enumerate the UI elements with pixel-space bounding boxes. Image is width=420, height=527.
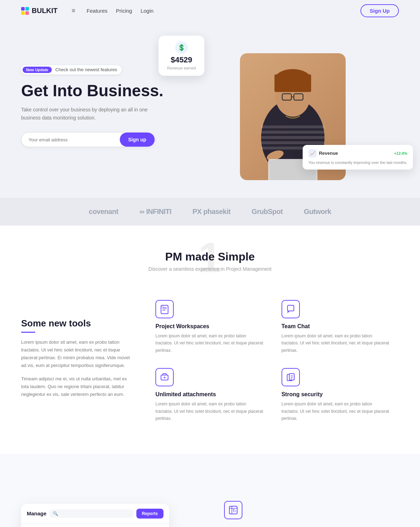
manage-right: Manage Projects Lorem ipsum dolor sit am…	[217, 501, 399, 527]
feature-icon-0	[155, 300, 174, 318]
info-card-title-row: 📈 Revenue	[308, 149, 338, 158]
feature-icon-3	[282, 368, 300, 386]
features-left-title: Some new tools	[21, 318, 133, 329]
info-card: 📈 Revenue +12.4% You revenue is constant…	[303, 145, 413, 170]
manage-left: Manage 🔍 Reports Inv-0864 Flat Corp $ 86…	[21, 504, 196, 527]
info-card-icon: 📈	[308, 149, 317, 158]
features-left-text-1: Lorem ipsum dolor sit amet, eam ex probo…	[21, 338, 133, 369]
features-title: PM made Simple	[21, 250, 399, 263]
table-row: Inv-0864 Flat Corp $ 86.42.49 Actions →	[21, 524, 169, 527]
svg-rect-33	[235, 510, 236, 512]
navbar: BULKIT ≡ Features Pricing Login Sign Up	[0, 0, 420, 22]
feature-name-0: Project Workspaces	[155, 323, 264, 330]
feature-desc-3: Lorem ipsum dolor sit amet, eam ex probo…	[282, 400, 390, 422]
signup-button[interactable]: Sign Up	[360, 4, 399, 17]
feature-name-1: Team Chat	[282, 323, 390, 330]
feature-card-0: Project Workspaces Lorem ipsum dolor sit…	[147, 293, 273, 361]
hero-subtitle: Take control over your business by deplo…	[21, 106, 152, 123]
revenue-amount: $4529	[171, 55, 192, 65]
hero-badge: New Update Check out the newest features	[21, 65, 122, 74]
manage-title: Manage Projects	[224, 525, 399, 527]
brand-covenant: covenant	[89, 208, 118, 216]
hamburger-icon[interactable]: ≡	[72, 7, 75, 14]
revenue-card: 💲 $4529 Revenue earned	[159, 36, 204, 76]
brand-grubspot: GrubSpot	[252, 208, 283, 216]
manage-icon	[224, 501, 242, 519]
feature-card-1: Team Chat Lorem ipsum dolor sit amet, ea…	[273, 293, 399, 361]
manage-table-card: Manage 🔍 Reports Inv-0864 Flat Corp $ 86…	[21, 504, 169, 527]
features-grid: Some new tools Lorem ipsum dolor sit ame…	[21, 293, 399, 429]
revenue-icon: 💲	[175, 41, 188, 54]
manage-section: Manage 🔍 Reports Inv-0864 Flat Corp $ 86…	[0, 454, 420, 527]
logo-text: BULKIT	[32, 7, 57, 15]
features-section: 1 PM made Simple Discover a seamless exp…	[0, 226, 420, 454]
nav-link-features[interactable]: Features	[87, 8, 107, 14]
features-left-col: Some new tools Lorem ipsum dolor sit ame…	[21, 293, 147, 429]
brand-infiniti: ∞ INFINITI	[140, 208, 171, 216]
reports-button[interactable]: Reports	[136, 509, 163, 519]
svg-rect-2	[261, 131, 325, 134]
info-card-header: 📈 Revenue +12.4%	[308, 149, 407, 158]
svg-rect-19	[161, 306, 164, 308]
hero-section: New Update Check out the newest features…	[0, 22, 420, 198]
nav-link-login[interactable]: Login	[141, 8, 154, 14]
hero-badge-label: New Update	[23, 67, 52, 73]
hero-form: Sign up	[21, 132, 155, 147]
nav-links: Features Pricing Login	[87, 8, 154, 14]
brand-gutwork: Gutwork	[304, 208, 331, 216]
feature-card-3: Strong security Lorem ipsum dolor sit am…	[273, 361, 399, 429]
feature-name-3: Strong security	[282, 391, 390, 398]
hero-title: Get Into Business.	[21, 81, 180, 100]
hero-badge-text: Check out the newest features	[55, 67, 117, 72]
nav-link-pricing[interactable]: Pricing	[116, 8, 132, 14]
feature-desc-1: Lorem ipsum dolor sit amet, eam ex probo…	[282, 332, 390, 354]
logo-icon	[21, 7, 29, 15]
feature-card-2: Unlimited attachments Lorem ipsum dolor …	[147, 361, 273, 429]
feature-icon-2	[155, 368, 174, 386]
search-icon: 🔍	[53, 511, 58, 516]
brand-phasekit: PX phasekit	[192, 208, 230, 216]
revenue-label: Revenue earned	[167, 66, 196, 70]
svg-rect-4	[261, 141, 325, 144]
feature-name-2: Unlimited attachments	[155, 391, 264, 398]
feature-desc-0: Lorem ipsum dolor sit amet, eam ex probo…	[155, 332, 264, 354]
features-subtitle: Discover a seamless experience in Projec…	[21, 266, 399, 272]
svg-rect-1	[261, 125, 325, 128]
manage-search-box[interactable]: 🔍	[49, 509, 134, 518]
info-card-badge: +12.4%	[394, 151, 407, 155]
email-input[interactable]	[21, 133, 120, 147]
logo[interactable]: BULKIT	[21, 7, 57, 15]
feature-desc-2: Lorem ipsum dolor sit amet, eam ex probo…	[155, 400, 264, 422]
hero-signup-button[interactable]: Sign up	[120, 133, 155, 147]
brands-section: covenant ∞ INFINITI PX phasekit GrubSpot…	[0, 198, 420, 226]
features-left-text-2: Timeam adipisci me ei, vis ut nulla urba…	[21, 375, 133, 398]
features-header: 1 PM made Simple Discover a seamless exp…	[21, 250, 399, 272]
info-card-title: Revenue	[319, 151, 338, 156]
features-left-divider	[21, 332, 35, 333]
svg-rect-8	[274, 74, 311, 92]
svg-rect-32	[233, 511, 234, 512]
info-card-text: You revenue is constantly improving over…	[308, 160, 407, 166]
manage-table-header: Manage 🔍 Reports	[21, 504, 169, 524]
hero-right: 💲 $4529 Revenue earned	[180, 36, 399, 177]
svg-rect-24	[289, 374, 294, 380]
svg-rect-3	[261, 136, 325, 139]
feature-icon-1	[282, 300, 300, 318]
svg-rect-31	[233, 509, 234, 510]
hero-left: New Update Check out the newest features…	[21, 65, 180, 147]
manage-table-title: Manage	[27, 510, 47, 516]
